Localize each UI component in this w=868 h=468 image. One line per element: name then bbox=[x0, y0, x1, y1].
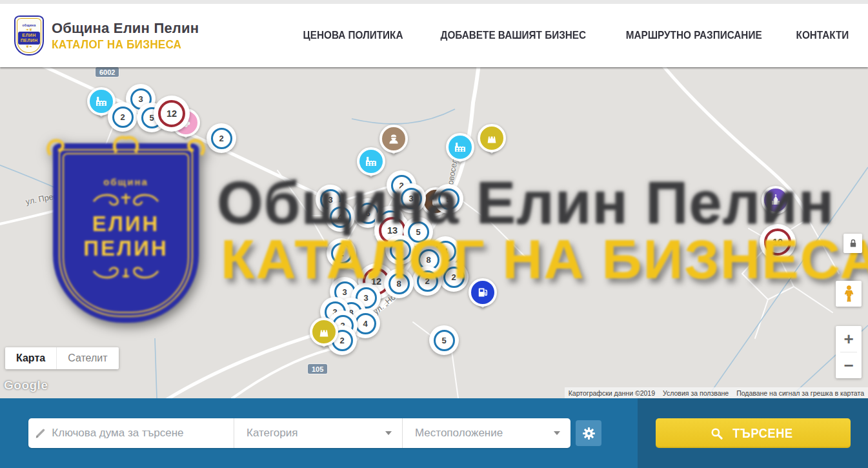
cluster-count: 4 bbox=[330, 207, 351, 228]
street-view-pegman-button[interactable] bbox=[836, 281, 862, 307]
emblem-org-label: община bbox=[22, 23, 35, 27]
map-type-map-button[interactable]: Карта bbox=[5, 347, 56, 369]
location-select-value: Местоположение bbox=[415, 427, 503, 440]
location-select[interactable]: Местоположение bbox=[402, 418, 570, 448]
cluster-count: 5 bbox=[438, 188, 459, 210]
bag-icon bbox=[310, 318, 338, 346]
map-marker-cluster[interactable]: 2 bbox=[385, 235, 415, 265]
map-marker-cluster[interactable]: 4 bbox=[325, 202, 355, 232]
nav-item[interactable]: МАРШРУТНО РАЗПИСАНИЕ bbox=[625, 29, 762, 42]
main-nav: ЦЕНОВА ПОЛИТИКАДОБАВЕТЕ ВАШИЯТ БИЗНЕСМАР… bbox=[298, 29, 852, 42]
road-number-badge: 6002 bbox=[96, 67, 119, 77]
category-select-value: Категория bbox=[247, 427, 298, 440]
map-marker-cluster[interactable]: 2 bbox=[108, 102, 137, 132]
attribution-text: Картографски данни ©2019 bbox=[565, 389, 659, 397]
pegman-icon bbox=[843, 285, 854, 303]
google-logo[interactable]: Google bbox=[4, 378, 48, 392]
attribution-link[interactable]: Подаване на сигнал за грешка в картата bbox=[732, 389, 868, 397]
map-attribution: Картографски данни ©2019Условия за ползв… bbox=[565, 387, 868, 398]
cluster-count: 5 bbox=[434, 330, 455, 351]
zoom-control: + − bbox=[836, 326, 862, 378]
nav-item[interactable]: ЦЕНОВА ПОЛИТИКА bbox=[303, 29, 403, 42]
map-marker-cluster[interactable]: 8 bbox=[384, 269, 414, 298]
search-group: Категория Местоположение bbox=[28, 418, 570, 448]
cluster-count: 10 bbox=[764, 229, 791, 256]
keyword-search-input[interactable] bbox=[52, 427, 226, 440]
emblem-name: ЕЛИН ПЕЛИН bbox=[18, 32, 41, 45]
attribution-link[interactable]: Условия за ползване bbox=[659, 389, 732, 397]
nav-item[interactable]: КОНТАКТИ bbox=[796, 29, 849, 42]
search-bar: Категория Местоположение bbox=[0, 398, 868, 468]
emblem-ornament: ❦❧ bbox=[26, 45, 32, 48]
map-marker-cluster[interactable]: 12 bbox=[154, 96, 190, 132]
map-marker-cluster[interactable]: 5 bbox=[429, 325, 459, 355]
site-subtitle: КАТАЛОГ НА БИЗНЕСА bbox=[52, 37, 181, 52]
lock-control-button[interactable] bbox=[843, 234, 862, 253]
road-number-badge: 105 bbox=[308, 364, 327, 374]
map-marker-cluster[interactable]: 2 bbox=[207, 123, 236, 153]
map-marker-cluster[interactable]: 2 bbox=[412, 266, 442, 296]
chevron-down-icon bbox=[554, 431, 560, 435]
emblem-ornament: ❧❦ bbox=[26, 28, 32, 32]
cluster-count: 2 bbox=[331, 243, 352, 264]
church-icon bbox=[762, 186, 790, 214]
map-marker-cluster[interactable]: 5 bbox=[434, 184, 463, 214]
map-marker-bag[interactable] bbox=[310, 318, 338, 346]
map-marker-bag[interactable] bbox=[478, 124, 506, 152]
map-marker-factory[interactable] bbox=[357, 147, 385, 176]
chevron-down-icon bbox=[385, 431, 392, 435]
map-marker-fuel[interactable] bbox=[469, 278, 497, 307]
site-title: Община Елин Пелин bbox=[52, 20, 199, 37]
map-marker-cluster[interactable]: 2 bbox=[327, 238, 356, 268]
nav-item[interactable]: ДОБАВЕТЕ ВАШИЯТ БИЗНЕС bbox=[441, 29, 587, 42]
municipality-emblem-icon: община ❧❦ ЕЛИН ПЕЛИН ❦❧ bbox=[14, 15, 44, 56]
factory-icon bbox=[446, 133, 474, 161]
map-type-control: Карта Сателит bbox=[5, 347, 119, 369]
cluster-count: 3 bbox=[401, 188, 422, 209]
cluster-count: 12 bbox=[158, 100, 185, 127]
lock-icon bbox=[849, 238, 858, 249]
cluster-count: 2 bbox=[211, 128, 232, 149]
cluster-count: 8 bbox=[389, 273, 410, 294]
bag-icon bbox=[478, 124, 506, 152]
map-marker-factory[interactable] bbox=[446, 133, 474, 161]
gear-icon bbox=[582, 427, 596, 440]
map-marker-cluster[interactable]: 2 bbox=[439, 262, 469, 292]
factory-icon bbox=[357, 147, 385, 176]
map-marker-church[interactable] bbox=[762, 186, 790, 214]
keyword-field-wrap bbox=[28, 418, 234, 448]
cluster-count: 2 bbox=[112, 107, 134, 128]
search-button[interactable]: ТЪРСЕНЕ bbox=[656, 418, 851, 448]
map-type-satellite-button[interactable]: Сателит bbox=[56, 347, 118, 369]
search-button-label: ТЪРСЕНЕ bbox=[732, 426, 792, 441]
cluster-count: 2 bbox=[390, 239, 411, 261]
zoom-in-button[interactable]: + bbox=[836, 326, 862, 352]
cluster-count: 2 bbox=[443, 267, 465, 288]
header: община ❧❦ ЕЛИН ПЕЛИН ❦❧ Община Елин Пели… bbox=[0, 0, 868, 67]
map-marker-cluster[interactable]: 10 bbox=[760, 224, 796, 260]
cluster-count: 2 bbox=[417, 270, 438, 292]
fuel-icon bbox=[469, 278, 497, 307]
cluster-count: 4 bbox=[355, 313, 376, 334]
advanced-search-gear-button[interactable] bbox=[576, 420, 601, 446]
search-icon bbox=[711, 427, 723, 440]
zoom-out-button[interactable]: − bbox=[836, 352, 862, 378]
site-logo[interactable]: община ❧❦ ЕЛИН ПЕЛИН ❦❧ Община Елин Пели… bbox=[14, 15, 199, 56]
map-marker-cluster[interactable]: 3 bbox=[396, 183, 426, 213]
category-select[interactable]: Категория bbox=[234, 418, 402, 448]
pencil-icon bbox=[35, 427, 46, 440]
map-canvas[interactable]: ул. Преславбул. „Новоселци“ул. „Новоселц… bbox=[0, 67, 868, 398]
